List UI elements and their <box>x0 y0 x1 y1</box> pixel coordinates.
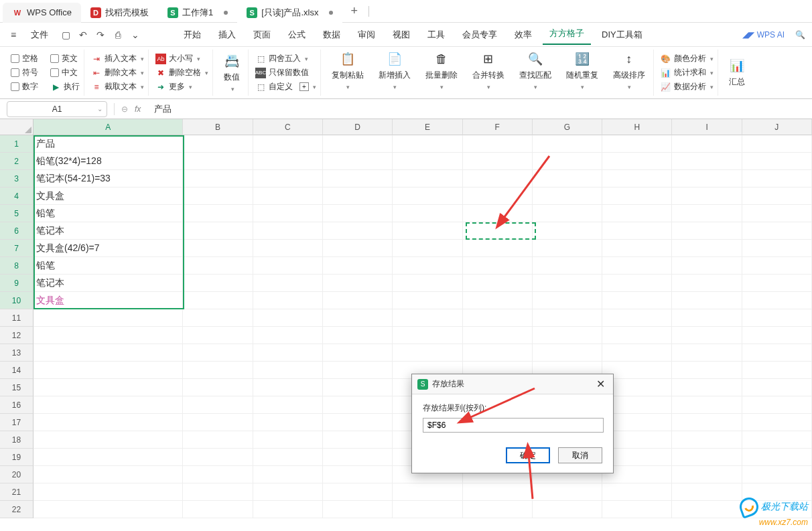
cell-G5[interactable] <box>533 205 602 222</box>
cell-B14[interactable] <box>183 362 253 379</box>
column-header-F[interactable]: F <box>463 119 533 135</box>
cell-C12[interactable] <box>253 327 323 344</box>
cell-G6[interactable] <box>533 222 602 240</box>
round-button[interactable]: ⬚四舍五入 <box>255 53 316 64</box>
cell-J2[interactable] <box>742 153 812 170</box>
case-button[interactable]: Ab大小写 <box>155 53 208 64</box>
checkbox-chinese[interactable] <box>50 68 59 77</box>
down-icon[interactable]: ⌄ <box>129 28 142 42</box>
cell-E2[interactable] <box>393 153 462 170</box>
cell-B3[interactable] <box>183 170 253 187</box>
cell-C2[interactable] <box>253 153 323 170</box>
checkbox-english[interactable] <box>50 54 59 63</box>
cell-F4[interactable] <box>463 187 533 205</box>
cell-J10[interactable] <box>742 292 812 309</box>
cell-A9[interactable]: 笔记本 <box>33 275 183 292</box>
cell-C16[interactable] <box>253 396 323 414</box>
cell-A4[interactable]: 文具盒 <box>33 187 183 205</box>
cell-J19[interactable] <box>742 449 812 466</box>
cell-F5[interactable] <box>463 205 533 222</box>
checkbox-number[interactable] <box>11 82 19 91</box>
cell-D15[interactable] <box>323 379 393 396</box>
cell-A8[interactable]: 铅笔 <box>33 257 183 275</box>
insert-text-button[interactable]: ⇥插入文本 <box>91 53 144 64</box>
keep-number-button[interactable]: ABC只保留数值 <box>255 67 316 78</box>
wps-ai-button[interactable]: ◢◤WPS AI <box>742 30 785 40</box>
cell-D1[interactable] <box>323 135 393 153</box>
row-header-12[interactable]: 12 <box>0 327 33 344</box>
delete-text-button[interactable]: ⇤删除文本 <box>91 67 144 78</box>
tab-workbook1[interactable]: S 工作簿1 <box>158 3 237 23</box>
close-icon[interactable]: ✕ <box>594 378 608 390</box>
dialog-titlebar[interactable]: S 存放结果 ✕ <box>412 374 613 394</box>
cell-B8[interactable] <box>183 257 253 275</box>
cell-B21[interactable] <box>183 483 253 501</box>
column-header-J[interactable]: J <box>742 119 812 135</box>
cell-J3[interactable] <box>742 170 812 187</box>
advanced-sort-button[interactable]: ↕高级排序 <box>609 50 649 96</box>
checkbox-symbol[interactable] <box>11 68 19 77</box>
row-header-14[interactable]: 14 <box>0 362 33 379</box>
select-all-corner[interactable] <box>0 119 33 135</box>
cell-J18[interactable] <box>742 431 812 449</box>
cell-E1[interactable] <box>393 135 462 153</box>
checkbox-space[interactable] <box>11 54 19 63</box>
cell-D13[interactable] <box>323 344 393 362</box>
row-header-1[interactable]: 1 <box>0 135 33 153</box>
row-header-15[interactable]: 15 <box>0 379 33 396</box>
cell-H22[interactable] <box>602 501 672 518</box>
cell-I2[interactable] <box>672 153 742 170</box>
cell-C14[interactable] <box>253 362 323 379</box>
cell-G13[interactable] <box>533 344 602 362</box>
cell-C10[interactable] <box>253 292 323 309</box>
cell-A10[interactable]: 文具盒 <box>33 292 183 309</box>
cell-F21[interactable] <box>463 483 533 501</box>
cell-E7[interactable] <box>393 240 462 257</box>
menu-efficiency[interactable]: 效率 <box>508 26 539 44</box>
cell-E8[interactable] <box>393 257 462 275</box>
batch-delete-button[interactable]: 🗑批量删除 <box>421 50 462 96</box>
cell-B12[interactable] <box>183 327 253 344</box>
cell-D14[interactable] <box>323 362 393 379</box>
cell-D11[interactable] <box>323 309 393 327</box>
cell-A21[interactable] <box>33 483 183 501</box>
cell-A7[interactable]: 文具盒(42/6)=7 <box>33 240 183 257</box>
cell-J20[interactable] <box>742 466 812 483</box>
new-tab-button[interactable]: + <box>342 4 366 18</box>
cell-J12[interactable] <box>742 327 812 344</box>
row-header-13[interactable]: 13 <box>0 344 33 362</box>
cell-A1[interactable]: 产品 <box>33 135 183 153</box>
cell-F9[interactable] <box>463 275 533 292</box>
cell-I17[interactable] <box>672 414 742 431</box>
column-header-D[interactable]: D <box>323 119 393 135</box>
cell-C4[interactable] <box>253 187 323 205</box>
cell-D4[interactable] <box>323 187 393 205</box>
row-header-2[interactable]: 2 <box>0 153 33 170</box>
cell-J8[interactable] <box>742 257 812 275</box>
cell-J16[interactable] <box>742 396 812 414</box>
cell-E11[interactable] <box>393 309 462 327</box>
cell-H3[interactable] <box>602 170 672 187</box>
cell-G22[interactable] <box>533 501 602 518</box>
cell-H21[interactable] <box>602 483 672 501</box>
cell-C17[interactable] <box>253 414 323 431</box>
cell-A20[interactable] <box>33 466 183 483</box>
cell-D17[interactable] <box>323 414 393 431</box>
cell-C3[interactable] <box>253 170 323 187</box>
print-icon[interactable]: ⎙ <box>111 28 125 42</box>
cell-A13[interactable] <box>33 344 183 362</box>
menu-start[interactable]: 开始 <box>177 26 208 44</box>
cell-A19[interactable] <box>33 449 183 466</box>
cell-I10[interactable] <box>672 292 742 309</box>
random-repeat-button[interactable]: 🔢随机重复 <box>562 50 602 96</box>
cell-B6[interactable] <box>183 222 253 240</box>
row-header-4[interactable]: 4 <box>0 187 33 205</box>
delete-space-button[interactable]: ✖删除空格 <box>155 67 208 78</box>
custom-button[interactable]: ⬚自定义+ <box>255 81 316 92</box>
execute-button[interactable]: 执行 <box>64 81 80 92</box>
ok-button[interactable]: 确定 <box>506 447 550 463</box>
row-header-21[interactable]: 21 <box>0 483 33 501</box>
cell-I3[interactable] <box>672 170 742 187</box>
cell-I1[interactable] <box>672 135 742 153</box>
row-header-16[interactable]: 16 <box>0 396 33 414</box>
